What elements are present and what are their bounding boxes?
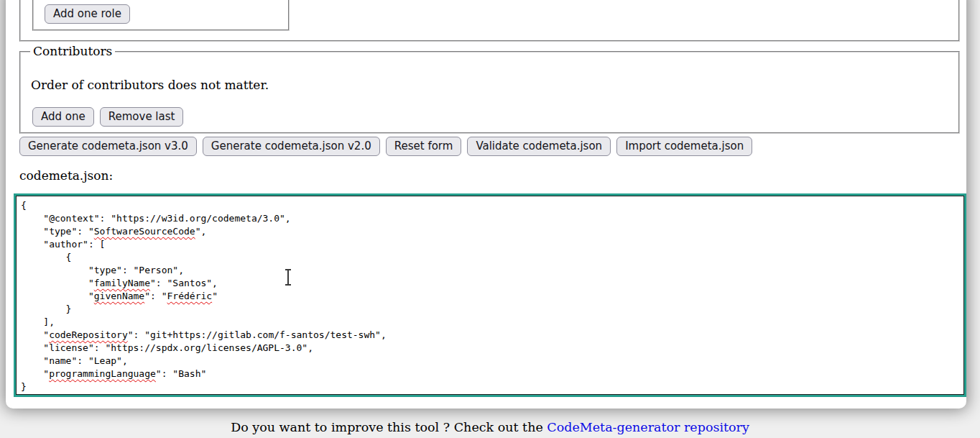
code-line: { xyxy=(21,199,959,212)
footer: Do you want to improve this tool ? Check… xyxy=(0,420,980,434)
generate-codemeta-v3-button[interactable]: Generate codemeta.json v3.0 xyxy=(19,137,197,156)
contributors-remove-last-button[interactable]: Remove last xyxy=(100,107,184,127)
codemeta-generator-repository-link[interactable]: CodeMeta-generator repository xyxy=(547,420,749,434)
code-line: "codeRepository": "git+https://gitlab.co… xyxy=(21,329,959,342)
text-cursor-icon xyxy=(284,269,292,286)
footer-text: Do you want to improve this tool ? Check… xyxy=(231,420,547,434)
code-line: ], xyxy=(21,316,959,329)
validate-codemeta-button[interactable]: Validate codemeta.json xyxy=(467,137,611,156)
generate-codemeta-v2-button[interactable]: Generate codemeta.json v2.0 xyxy=(203,137,380,156)
contributors-add-one-button[interactable]: Add one xyxy=(32,107,94,127)
code-line: "givenName": "Frédéric" xyxy=(21,290,959,303)
add-one-role-button[interactable]: Add one role xyxy=(45,4,130,24)
code-line: "author": [ xyxy=(21,238,959,251)
contributors-fieldset: Contributors Order of contributors does … xyxy=(19,51,960,134)
author-roles-fieldset: Add one role xyxy=(32,0,290,31)
code-line: "familyName": "Santos", xyxy=(21,277,959,290)
code-line: "type": "SoftwareSourceCode", xyxy=(21,225,959,238)
codemeta-output-textarea[interactable]: { "@context": "https://w3id.org/codemeta… xyxy=(16,196,964,395)
contributors-note: Order of contributors does not matter. xyxy=(31,78,269,92)
code-line: { xyxy=(21,251,959,264)
code-line: "name": "Leap", xyxy=(21,355,959,368)
codemeta-json-label: codemeta.json: xyxy=(19,168,113,183)
form-actions-row: Generate codemeta.json v3.0 Generate cod… xyxy=(19,137,752,156)
authors-fieldset: Add one role xyxy=(19,0,960,42)
code-line: "@context": "https://w3id.org/codemeta/3… xyxy=(21,212,959,225)
import-codemeta-button[interactable]: Import codemeta.json xyxy=(616,137,752,156)
code-line: "license": "https://spdx.org/licenses/AG… xyxy=(21,342,959,355)
code-line: "type": "Person", xyxy=(21,264,959,277)
main-content-panel: Add one role Contributors Order of contr… xyxy=(6,0,966,409)
page: Add one role Contributors Order of contr… xyxy=(0,0,980,438)
contributors-legend: Contributors xyxy=(30,44,115,58)
code-line: } xyxy=(21,380,959,393)
reset-form-button[interactable]: Reset form xyxy=(386,137,462,156)
code-line: "programmingLanguage": "Bash" xyxy=(21,368,959,380)
code-line: } xyxy=(21,303,959,316)
